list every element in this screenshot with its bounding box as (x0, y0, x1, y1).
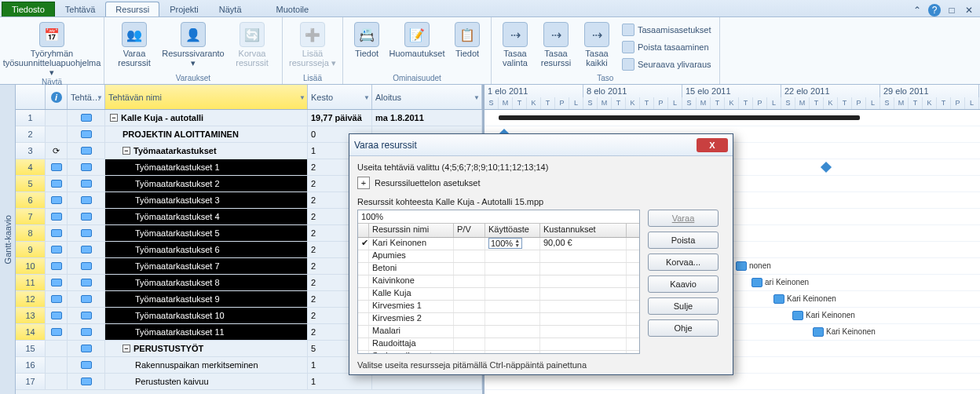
level-selection-button[interactable]: ⇢Tasaa valinta (496, 19, 534, 67)
resource-units[interactable] (485, 263, 540, 275)
col-res-units[interactable]: Käyttöaste (485, 224, 540, 237)
resource-units[interactable] (485, 313, 540, 325)
mode-cell[interactable] (68, 209, 105, 224)
view-bar[interactable]: Gantt-kaavio (0, 85, 16, 394)
row-number[interactable]: 14 (16, 324, 46, 340)
task-name-cell[interactable]: PROJEKTIN ALOITTAMINEN (105, 126, 308, 142)
notes-button[interactable]: 📝Huomautukset (389, 19, 445, 58)
mode-cell[interactable] (68, 192, 105, 208)
task-name-cell[interactable]: Työmaatarkastukset 9 (105, 291, 308, 307)
col-rownum[interactable] (16, 85, 46, 109)
tab-file[interactable]: Tiedosto (2, 2, 55, 16)
resource-units[interactable]: 100%▲▼ (485, 238, 540, 250)
mode-cell[interactable] (68, 341, 105, 356)
outline-toggle-icon[interactable]: − (122, 345, 130, 352)
team-planner-button[interactable]: 📅 Työryhmän työsuunnitteluapuohjelma ▾ (5, 19, 99, 77)
info-button[interactable]: 📇Tiedot (348, 19, 386, 58)
resource-pool-button[interactable]: 👤Resurssivaranto ▾ (163, 19, 224, 67)
task-name-cell[interactable]: −Työmaatarkastukset (105, 143, 308, 159)
details-button[interactable]: 📋Tiedot (448, 19, 486, 58)
task-name-cell[interactable]: −Kalle Kuja - autotalli (105, 110, 308, 126)
resource-row[interactable]: Sadevesikourut (358, 351, 639, 354)
task-name-cell[interactable]: −PERUSTUSTYÖT (105, 341, 308, 356)
col-res-cost[interactable]: Kustannukset (540, 224, 627, 237)
window-restore-icon[interactable]: □ (945, 4, 958, 16)
dlg-replace-button[interactable]: Korvaa... (648, 254, 719, 271)
col-start[interactable]: Aloitus▼ (372, 85, 482, 109)
mode-cell[interactable] (68, 176, 105, 192)
expand-options-button[interactable]: + (357, 177, 370, 189)
row-number[interactable]: 9 (16, 242, 46, 257)
task-name-cell[interactable]: Työmaatarkastukset 3 (105, 192, 308, 208)
resource-check[interactable] (358, 275, 369, 287)
tab-project[interactable]: Projekti (159, 2, 209, 16)
dialog-close-button[interactable]: X (697, 138, 728, 152)
resource-row[interactable]: Kirvesmies 2 (358, 313, 639, 326)
resource-check[interactable] (358, 351, 369, 354)
outline-toggle-icon[interactable]: − (110, 114, 118, 122)
resource-row[interactable]: Maalari (358, 326, 639, 338)
dlg-assign-button[interactable]: Varaa (648, 210, 719, 227)
mode-cell[interactable] (68, 308, 105, 323)
task-name-cell[interactable]: Työmaatarkastukset 8 (105, 275, 308, 290)
row-number[interactable]: 7 (16, 209, 46, 224)
start-cell[interactable] (372, 374, 482, 389)
mode-cell[interactable] (68, 357, 105, 373)
gantt-bar[interactable]: nonen (736, 261, 747, 271)
mode-cell[interactable] (68, 159, 105, 175)
col-name[interactable]: Tehtävän nimi▼ (105, 85, 308, 109)
resource-check[interactable] (358, 301, 369, 312)
col-res-pv[interactable]: P/V (454, 224, 485, 237)
resource-check[interactable] (358, 288, 369, 300)
leveling-options-button[interactable]: Tasaamisasetukset (619, 22, 715, 38)
gantt-bar[interactable]: Kari Keinonen (792, 311, 803, 320)
resource-check[interactable] (358, 326, 369, 337)
start-cell[interactable]: ma 1.8.2011 (372, 110, 482, 126)
window-close-icon[interactable]: ✕ (963, 4, 975, 16)
resource-units[interactable] (485, 275, 540, 287)
mode-cell[interactable] (68, 258, 105, 274)
resource-check[interactable] (358, 250, 369, 262)
row-number[interactable]: 2 (16, 126, 46, 142)
tab-view[interactable]: Näytä (209, 2, 252, 16)
gantt-bar[interactable]: Kari Keinonen (813, 327, 824, 337)
row-number[interactable]: 3 (16, 143, 46, 159)
resource-units[interactable] (485, 326, 540, 337)
milestone-diamond[interactable] (821, 162, 832, 173)
resource-units[interactable] (485, 250, 540, 262)
summary-bar[interactable] (499, 115, 860, 120)
row-number[interactable]: 1 (16, 110, 46, 126)
resource-units[interactable] (485, 351, 540, 354)
resource-check[interactable] (358, 338, 369, 350)
dlg-help-button[interactable]: Ohje (648, 319, 719, 337)
row-number[interactable]: 15 (16, 341, 46, 356)
row-number[interactable]: 6 (16, 192, 46, 208)
resource-row[interactable]: ✔Kari Keinonen100%▲▼90,00 € (358, 238, 639, 250)
task-name-cell[interactable]: Työmaatarkastukset 6 (105, 242, 308, 257)
mode-cell[interactable] (68, 143, 105, 159)
resource-row[interactable]: Betoni (358, 263, 639, 275)
units-spinner[interactable]: 100%▲▼ (488, 238, 522, 249)
resource-grid[interactable]: 100% Resurssin nimi P/V Käyttöaste Kusta… (357, 210, 640, 354)
task-name-cell[interactable]: Työmaatarkastukset 2 (105, 176, 308, 192)
level-resource-button[interactable]: ⇢Tasaa resurssi (537, 19, 575, 67)
tab-resource[interactable]: Resurssi (105, 2, 159, 16)
row-number[interactable]: 10 (16, 258, 46, 274)
task-name-cell[interactable]: Työmaatarkastukset 11 (105, 324, 308, 340)
task-name-cell[interactable]: Työmaatarkastukset 10 (105, 308, 308, 323)
row-number[interactable]: 5 (16, 176, 46, 192)
row-number[interactable]: 17 (16, 374, 46, 389)
dlg-close-button[interactable]: Sulje (648, 297, 719, 315)
dlg-remove-button[interactable]: Poista (648, 232, 719, 249)
mode-cell[interactable] (68, 225, 105, 241)
col-duration[interactable]: Kesto▼ (308, 85, 372, 109)
resource-units[interactable] (485, 338, 540, 350)
task-name-cell[interactable]: Työmaatarkastukset 5 (105, 225, 308, 241)
gantt-bar[interactable]: ari Keinonen (751, 278, 762, 287)
mode-cell[interactable] (68, 242, 105, 257)
duration-cell[interactable]: 19,77 päivää (308, 110, 372, 126)
resource-check[interactable] (358, 263, 369, 275)
resource-row[interactable]: Kalle Kuja (358, 288, 639, 301)
dlg-graph-button[interactable]: Kaavio (648, 275, 719, 293)
task-name-cell[interactable]: Työmaatarkastukset 4 (105, 209, 308, 224)
